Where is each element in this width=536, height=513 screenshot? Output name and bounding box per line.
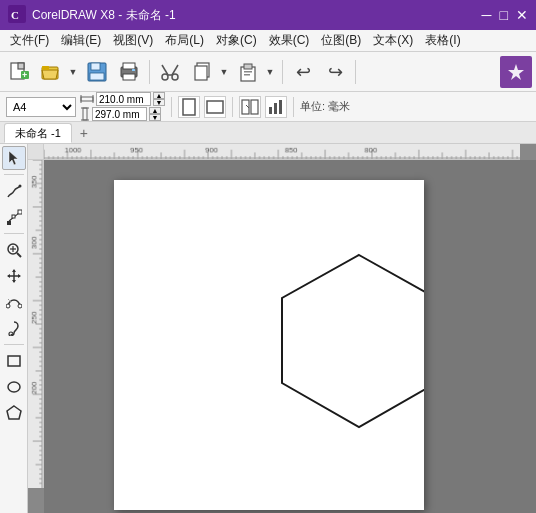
canvas-area — [28, 144, 536, 513]
height-icon — [80, 107, 90, 121]
open-button[interactable] — [36, 57, 66, 87]
svg-rect-9 — [91, 63, 100, 70]
cut-button[interactable] — [155, 57, 185, 87]
paste-dropdown[interactable]: ▼ — [263, 57, 277, 87]
tab-doc1[interactable]: 未命名 -1 — [4, 123, 72, 143]
portrait-btn[interactable] — [178, 96, 200, 118]
menu-item-view[interactable]: 视图(V) — [107, 30, 159, 51]
width-up[interactable]: ▲ — [153, 92, 165, 99]
hexagon-svg — [114, 180, 424, 510]
svg-rect-12 — [123, 63, 135, 69]
vertical-ruler — [28, 160, 44, 488]
lt-sep2 — [4, 233, 24, 234]
menu-item-text[interactable]: 文本(X) — [367, 30, 419, 51]
menu-item-object[interactable]: 对象(C) — [210, 30, 263, 51]
height-down[interactable]: ▼ — [149, 114, 161, 121]
save-button[interactable] — [82, 57, 112, 87]
rect-tool[interactable] — [2, 349, 26, 373]
toolbar-sep3 — [355, 60, 356, 84]
undo-button[interactable]: ↩ — [288, 57, 318, 87]
svg-rect-27 — [81, 97, 93, 101]
svg-rect-39 — [274, 103, 277, 114]
svg-text:+: + — [22, 70, 27, 80]
svg-point-57 — [6, 304, 10, 308]
width-spin[interactable]: ▲ ▼ — [153, 92, 165, 106]
copy-dropdown[interactable]: ▼ — [217, 57, 231, 87]
canvas-wrapper[interactable] — [28, 144, 536, 513]
svg-point-42 — [18, 185, 21, 188]
svg-rect-13 — [123, 74, 135, 80]
minimize-btn[interactable]: ─ — [482, 7, 492, 23]
page-canvas — [114, 180, 424, 510]
svg-rect-14 — [132, 69, 135, 71]
print-button[interactable] — [114, 57, 144, 87]
canvas-scroll[interactable] — [44, 160, 536, 513]
width-input[interactable] — [96, 92, 151, 106]
svg-marker-52 — [12, 269, 16, 272]
node-tool[interactable] — [2, 205, 26, 229]
polygon-tool[interactable] — [2, 401, 26, 425]
pan-tool[interactable] — [2, 264, 26, 288]
height-spin[interactable]: ▲ ▼ — [149, 107, 161, 121]
page-dimensions: ▲ ▼ ▲ ▼ — [80, 92, 165, 121]
svg-rect-10 — [90, 73, 104, 80]
svg-rect-3 — [18, 63, 24, 69]
page-size-select[interactable]: A4 A3 Letter — [6, 97, 76, 117]
coreldraw-star-button[interactable] — [500, 56, 532, 88]
close-btn[interactable]: ✕ — [516, 7, 528, 23]
svg-marker-62 — [7, 406, 21, 419]
prop-sep3 — [293, 97, 294, 117]
svg-line-47 — [17, 253, 21, 257]
width-down[interactable]: ▼ — [153, 99, 165, 106]
menu-bar: 文件(F)编辑(E)视图(V)布局(L)对象(C)效果(C)位图(B)文本(X)… — [0, 30, 536, 52]
app-logo: C — [8, 5, 26, 26]
svg-rect-24 — [244, 71, 252, 73]
height-up[interactable]: ▲ — [149, 107, 161, 114]
menu-item-file[interactable]: 文件(F) — [4, 30, 55, 51]
toolbar: + ▼ — [0, 52, 536, 92]
zoom-tool[interactable] — [2, 238, 26, 262]
menu-item-table[interactable]: 表格(I) — [419, 30, 466, 51]
svg-marker-53 — [12, 280, 16, 283]
toolbar-sep2 — [282, 60, 283, 84]
svg-rect-25 — [244, 74, 250, 76]
height-input[interactable] — [92, 107, 147, 121]
select-tool[interactable] — [2, 146, 26, 170]
lt-sep3 — [4, 344, 24, 345]
svg-marker-26 — [508, 64, 524, 80]
svg-rect-44 — [18, 210, 22, 214]
chart-btn[interactable] — [265, 96, 287, 118]
prop-sep1 — [171, 97, 172, 117]
ellipse-tool[interactable] — [2, 375, 26, 399]
landscape-btn[interactable] — [204, 96, 226, 118]
svg-rect-43 — [7, 221, 11, 225]
menu-item-bitmap[interactable]: 位图(B) — [315, 30, 367, 51]
menu-item-layout[interactable]: 布局(L) — [159, 30, 210, 51]
lt-sep1 — [4, 174, 24, 175]
svg-rect-40 — [279, 100, 282, 114]
curve-tool[interactable] — [2, 290, 26, 314]
redo-button[interactable]: ↪ — [320, 57, 350, 87]
menu-item-edit[interactable]: 编辑(E) — [55, 30, 107, 51]
title-bar: C CorelDRAW X8 - 未命名 -1 ─ □ ✕ — [0, 0, 536, 30]
svg-rect-30 — [83, 108, 87, 120]
new-button[interactable]: + — [4, 57, 34, 87]
page-layout-btn[interactable] — [239, 96, 261, 118]
toolbar-sep1 — [149, 60, 150, 84]
freehand-tool[interactable] — [2, 179, 26, 203]
paste-button[interactable] — [233, 57, 263, 87]
app-title: CorelDRAW X8 - 未命名 -1 — [32, 7, 176, 24]
hook-tool[interactable] — [2, 316, 26, 340]
horizontal-ruler — [44, 144, 520, 160]
open-dropdown[interactable]: ▼ — [66, 57, 80, 87]
menu-item-effects[interactable]: 效果(C) — [263, 30, 316, 51]
copy-button[interactable] — [187, 57, 217, 87]
svg-rect-7 — [42, 66, 49, 70]
svg-rect-36 — [251, 100, 258, 114]
maximize-btn[interactable]: □ — [500, 7, 508, 23]
svg-point-58 — [18, 304, 22, 308]
left-toolbar — [0, 144, 28, 513]
width-icon — [80, 94, 94, 104]
svg-rect-45 — [12, 215, 15, 218]
tab-add-button[interactable]: + — [74, 123, 94, 143]
